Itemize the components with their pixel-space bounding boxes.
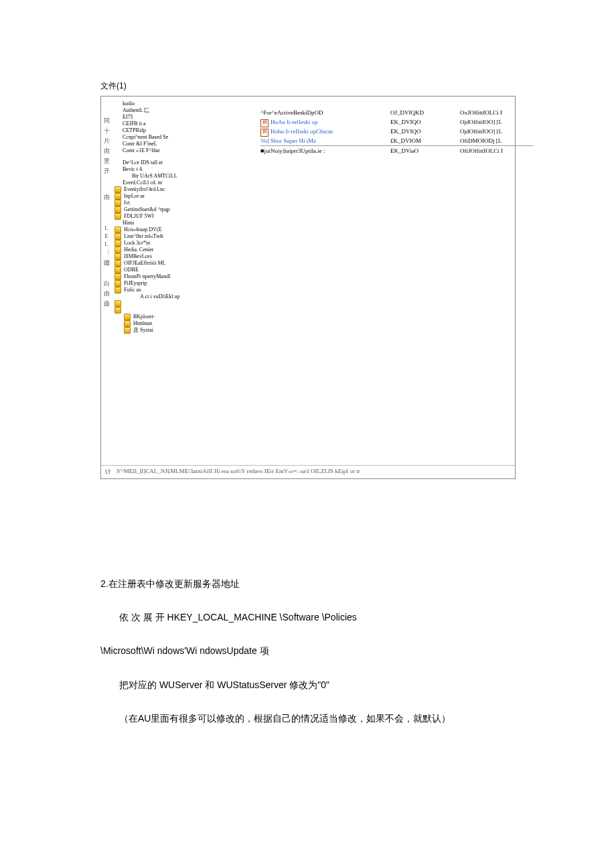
status-path: S'^MEII_lI]CAL_NJ£MLME\3arniAflI JIi era… <box>117 468 360 476</box>
tree-node-label: Ivt <box>124 200 130 206</box>
folder-icon <box>114 226 121 233</box>
folder-icon <box>114 287 121 293</box>
tree-node[interactable] <box>114 307 250 314</box>
folder-icon <box>114 213 121 220</box>
tree-node[interactable]: GettinsStart&d ^rpqp <box>114 206 250 213</box>
tree-node[interactable]: FDLJUF 5WI <box>114 213 250 220</box>
tree-gutter: 同 十 片 由 里 开 由 L E L 〈 躔 白 由 曲 <box>101 96 112 478</box>
gutter-char: 开 <box>104 167 110 176</box>
tree-node-label: InpLor-ar <box>124 193 145 200</box>
tree-node[interactable]: CEIFB it a <box>114 121 250 127</box>
tree-node-label: lllMBevLces <box>124 253 152 260</box>
tree-node-label: AuihentL 匚 <box>123 107 149 114</box>
tree-node[interactable]: Hints <box>114 220 250 226</box>
tree-node-label: Lnst^fler ml«Tn4t <box>124 233 163 240</box>
tree-node[interactable]: OIFJEaEflrriiti ML <box>114 260 250 267</box>
tree-node[interactable]: Lnst^fler ml«Tn4t <box>114 233 250 240</box>
value-name: Hobu li-reIlsski opChscm <box>271 128 333 135</box>
registry-values-pane[interactable]: ^For^eActiveBeskiDpOD OJ_DVIQKD OxJOffit… <box>252 96 539 478</box>
tree-node[interactable]: AuihentL 匚 <box>114 107 250 114</box>
folder-icon <box>114 240 121 247</box>
tree-node-label: Folic us <box>124 287 141 293</box>
tree-node[interactable]: Bevic t 4. <box>114 166 250 173</box>
spacer-icon <box>114 108 120 113</box>
value-data: OfiDMOIODj [L <box>460 137 534 146</box>
gutter-char: 白 <box>104 279 110 288</box>
tree-node[interactable]: InpLor-ar <box>114 193 250 200</box>
gutter-char: E <box>104 233 108 239</box>
instruction-text: 2.在注册表中修改更新服务器地址 依 次 展 开 HKEY_LOCAL_MACH… <box>100 573 516 729</box>
gutter-char: 曲 <box>104 300 110 308</box>
tree-node-label: BKploret- <box>133 314 155 320</box>
folder-icon <box>124 327 131 334</box>
spacer-icon <box>114 135 120 140</box>
tree-node-label: Contr »1E F^ldar <box>123 147 160 154</box>
gutter-char: 由 <box>104 193 110 202</box>
tree-node[interactable]: Ccnpi^nent Based Se <box>114 134 250 141</box>
spacer-icon <box>114 128 120 133</box>
tree-node[interactable]: Folic us <box>114 287 250 293</box>
tree-node[interactable] <box>114 300 250 307</box>
folder-icon <box>114 193 121 200</box>
spacer-icon <box>114 115 120 120</box>
tree-node[interactable]: ODBE <box>114 267 250 273</box>
folder-icon <box>114 233 121 240</box>
tree-node[interactable]: BKploret- <box>114 314 250 320</box>
spacer-icon <box>114 180 120 186</box>
tree-node[interactable]: PiJEysprtp <box>114 280 250 287</box>
folder-icon <box>114 307 121 314</box>
folder-icon <box>114 273 121 280</box>
tree-node[interactable]: Ivt <box>114 200 250 206</box>
tree-node-label: FDLJUF 5WI <box>124 213 154 220</box>
gutter-char: 里 <box>104 157 110 166</box>
tree-node[interactable]: FhotnPr npertyMandl <box>114 273 250 280</box>
instruction-line: 把对应的 WUServer 和 WUStatusServer 修改为"0" <box>100 674 516 696</box>
value-row[interactable]: Vo] Shor Super Hi iMz £K_DVIOM OfiDMOIOD… <box>260 137 534 146</box>
tree-node-label: CEIFB it a <box>123 121 146 127</box>
folder-icon <box>114 300 121 307</box>
tree-node-label: FhotnPr npertyMandl <box>124 273 170 280</box>
tree-node-label: Hints <box>123 220 134 226</box>
tree-node[interactable]: lllMBevLces <box>114 253 250 260</box>
section-heading: 2.在注册表中修改更新服务器地址 <box>100 573 516 594</box>
tree-node[interactable]: Eveniyflrri'4rd.Lnc <box>114 186 250 193</box>
spacer-icon <box>114 141 120 147</box>
value-row[interactable]: 辫Hobu li-reIlsski opChscm EK_DVIQO OjdOf… <box>260 127 534 137</box>
tree-node-label: PiJEysprtp <box>124 280 147 287</box>
instruction-line: 依 次 展 开 HKEY_LOCAL_MACHINE \Software \Po… <box>100 606 516 628</box>
value-row[interactable]: ■juiNoiy]iuiprr3Uptila.ie : EK_DViaO Ofi… <box>260 145 534 156</box>
tree-node[interactable]: Hcn«4raup DV(E <box>114 226 250 233</box>
tree-node[interactable]: Contr &I F'ineL <box>114 141 250 147</box>
tree-node[interactable]: CETPRidp <box>114 127 250 134</box>
status-prefix: 计 <box>105 468 111 476</box>
tree-node[interactable]: De^Lce IDS tall er <box>114 159 250 166</box>
instruction-line: \Microsoft\Wi ndows'Wi ndowsUpdate 项 <box>100 640 516 661</box>
instruction-line: （在AU里面有很多可以修改的，根据自己的情况适当修改，如果不会，就默认） <box>100 708 516 729</box>
tree-node[interactable]: Everd.CciLl cd. nr <box>114 180 250 186</box>
tree-node-label: CETPRidp <box>123 127 146 134</box>
folder-icon <box>114 267 121 273</box>
tree-node-label: A.ct i vuDfiEkl up <box>140 293 180 300</box>
folder-icon <box>114 186 121 193</box>
value-row[interactable]: 辫HoAu li-refleski op EK_DVIQO OjdOffittI… <box>260 118 534 127</box>
tree-node[interactable]: 且 Syztai <box>114 327 250 334</box>
gutter-char: 同 <box>104 117 110 125</box>
value-name: ^For^eActiveBeskiDpOD <box>260 109 323 116</box>
tree-node[interactable]: Hnnlnun <box>114 320 250 327</box>
page-menu-label: 文件(1) <box>100 80 516 92</box>
folder-icon <box>124 314 131 320</box>
value-row[interactable]: ^For^eActiveBeskiDpOD OJ_DVIQKD OxJOffit… <box>260 109 534 118</box>
value-data: OjdOffittIOO] [L <box>460 118 534 127</box>
tree-node[interactable] <box>114 154 250 159</box>
registry-tree[interactable]: kudioAuihentL 匚EI75CEIFB it aCETPRidpCcn… <box>112 96 252 478</box>
folder-icon <box>124 320 131 327</box>
tree-node[interactable]: EI75 <box>114 114 250 121</box>
tree-node[interactable]: kudio <box>114 101 250 107</box>
tree-node[interactable]: A.ct i vuDfiEkl up <box>114 293 250 300</box>
gutter-char: 〈 <box>104 249 110 257</box>
tree-node[interactable]: Hedia. Cenier <box>114 247 250 253</box>
tree-node-label: Btr UArS AMTCiLL <box>132 173 177 180</box>
tree-node[interactable]: Contr »1E F^ldar <box>114 147 250 154</box>
tree-node[interactable]: Lock 3cr*in <box>114 240 250 247</box>
tree-node[interactable]: Btr UArS AMTCiLL <box>114 173 250 180</box>
